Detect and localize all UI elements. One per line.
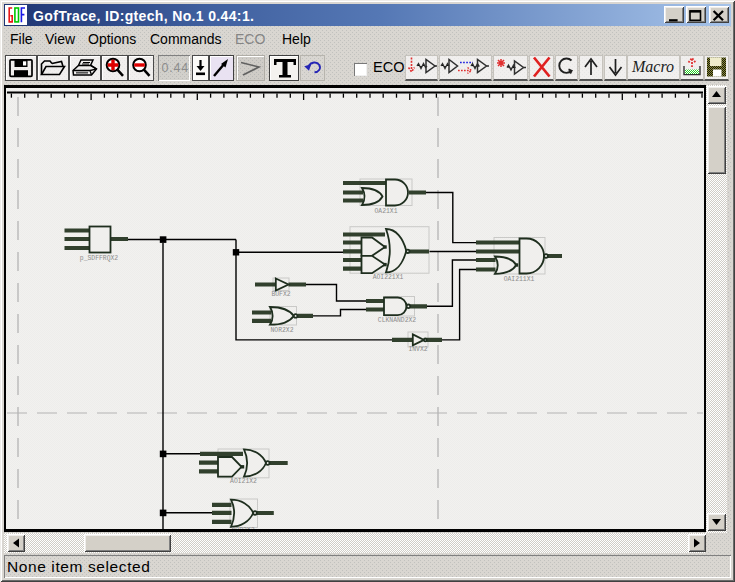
svg-text:p_SDFFRQX2: p_SDFFRQX2 [80, 255, 119, 262]
svg-text:OA21X1: OA21X1 [374, 208, 397, 215]
svg-text:CLKNAND2X2: CLKNAND2X2 [378, 317, 417, 324]
svg-text:NOR3X2: NOR3X2 [231, 527, 254, 530]
svg-text:AOI221X1: AOI221X1 [373, 274, 404, 281]
svg-text:OAI211X1: OAI211X1 [504, 276, 535, 283]
svg-text:INVX2: INVX2 [408, 346, 427, 353]
svg-text:BUFX2: BUFX2 [271, 291, 290, 298]
svg-text:AOI21X2: AOI21X2 [230, 478, 257, 485]
svg-text:NOR2X2: NOR2X2 [270, 327, 293, 334]
